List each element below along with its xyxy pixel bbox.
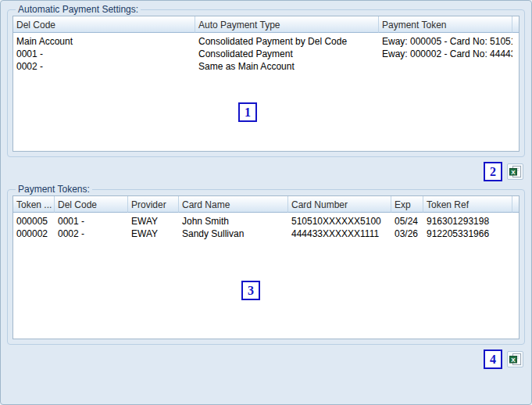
cell-del-code: Main Account xyxy=(13,33,195,48)
auto-payment-settings-table: Del Code Auto Payment Type Payment Token… xyxy=(12,16,520,152)
column-header-provider[interactable]: Provider xyxy=(128,196,179,213)
cell-exp: 03/26 xyxy=(391,228,423,240)
table-header-row: Del Code Auto Payment Type Payment Token xyxy=(13,16,519,33)
export-to-excel-button[interactable]: X xyxy=(507,163,523,180)
cell-card-number: 510510XXXXXX5100 xyxy=(288,213,391,228)
column-header-token-ref[interactable]: Token Ref xyxy=(423,196,512,213)
cell-payment-token xyxy=(379,60,512,73)
column-header-payment-token[interactable]: Payment Token xyxy=(379,16,512,33)
column-header-stub xyxy=(512,196,519,213)
cell-card-name: Sandy Sullivan xyxy=(179,228,288,240)
column-header-card-name[interactable]: Card Name xyxy=(179,196,288,213)
cell-exp: 05/24 xyxy=(391,213,423,228)
cell-payment-token: Eway: 000005 - Card No: 51051... xyxy=(379,33,512,48)
cell-card-name: John Smith xyxy=(179,213,288,228)
cell-provider: EWAY xyxy=(128,228,179,240)
excel-export-icon: X xyxy=(509,353,521,365)
column-header-auto-payment-type[interactable]: Auto Payment Type xyxy=(195,16,379,33)
cell-payment-token: Eway: 000002 - Card No: 44443... xyxy=(379,48,512,60)
column-header-card-number[interactable]: Card Number xyxy=(288,196,391,213)
column-header-stub xyxy=(512,16,519,33)
column-header-exp[interactable]: Exp xyxy=(391,196,423,213)
table-row[interactable]: 000005 0001 - EWAY John Smith 510510XXXX… xyxy=(13,213,519,228)
payment-tokens-table: Token ... Del Code Provider Card Name Ca… xyxy=(12,195,520,339)
table-header-row: Token ... Del Code Provider Card Name Ca… xyxy=(13,196,519,213)
svg-text:X: X xyxy=(511,168,516,175)
payment-tokens-export-row: 4 X xyxy=(7,346,525,371)
cell-token-ref: 912205331966 xyxy=(423,228,512,240)
annotation-marker-1: 1 xyxy=(238,102,257,122)
auto-payment-export-row: 2 X xyxy=(7,159,525,184)
excel-export-icon: X xyxy=(509,166,521,177)
column-header-del-code[interactable]: Del Code xyxy=(55,196,128,213)
cell-token-no: 000002 xyxy=(13,228,55,240)
cell-token-ref: 916301293198 xyxy=(423,213,512,228)
column-header-del-code[interactable]: Del Code xyxy=(13,16,195,33)
cell-auto-payment-type: Same as Main Account xyxy=(195,60,379,73)
payment-tokens-title: Payment Tokens: xyxy=(16,184,92,195)
table-row[interactable]: 0001 - Consolidated Payment Eway: 000002… xyxy=(13,48,519,60)
auto-payment-settings-group: Automatic Payment Settings: Del Code Aut… xyxy=(7,4,525,157)
payment-settings-panel: Automatic Payment Settings: Del Code Aut… xyxy=(0,0,532,405)
auto-payment-settings-title: Automatic Payment Settings: xyxy=(16,4,141,15)
cell-del-code: 0002 - xyxy=(55,228,128,240)
annotation-marker-4: 4 xyxy=(484,349,502,369)
cell-del-code: 0001 - xyxy=(55,213,128,228)
table-row[interactable]: Main Account Consolidated Payment by Del… xyxy=(13,33,519,48)
annotation-marker-2: 2 xyxy=(484,162,502,181)
table-row[interactable]: 0002 - Same as Main Account xyxy=(13,60,519,73)
cell-del-code: 0002 - xyxy=(13,60,195,73)
svg-text:X: X xyxy=(511,356,516,363)
cell-auto-payment-type: Consolidated Payment by Del Code xyxy=(195,33,379,48)
table-row[interactable]: 000002 0002 - EWAY Sandy Sullivan 444433… xyxy=(13,228,519,240)
cell-card-number: 444433XXXXXX1111 xyxy=(288,228,391,240)
annotation-marker-3: 3 xyxy=(241,281,260,300)
cell-del-code: 0001 - xyxy=(13,48,195,60)
cell-auto-payment-type: Consolidated Payment xyxy=(195,48,379,60)
payment-tokens-group: Payment Tokens: Token ... Del Code Provi… xyxy=(7,184,525,345)
export-to-excel-button[interactable]: X xyxy=(507,351,523,367)
cell-provider: EWAY xyxy=(128,213,179,228)
cell-token-no: 000005 xyxy=(13,213,55,228)
column-header-token-no[interactable]: Token ... xyxy=(13,196,55,213)
